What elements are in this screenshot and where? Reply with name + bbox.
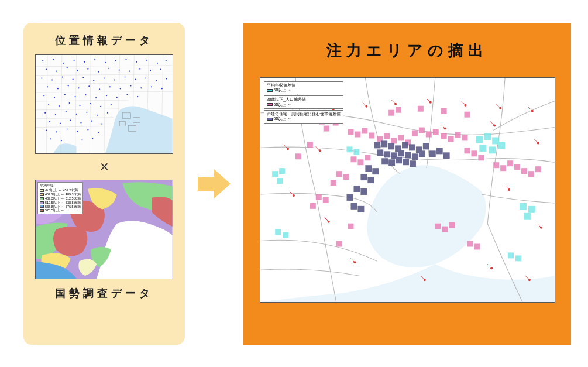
svg-point-21 (74, 59, 75, 60)
svg-rect-173 (535, 166, 541, 172)
svg-point-252 (493, 124, 496, 126)
svg-rect-168 (500, 165, 506, 171)
svg-rect-133 (283, 232, 288, 238)
svg-rect-204 (388, 159, 395, 166)
svg-rect-193 (408, 144, 415, 150)
svg-point-51 (124, 76, 125, 77)
svg-rect-181 (417, 105, 423, 111)
svg-rect-158 (336, 171, 342, 177)
output-panel: 注力エリアの摘出 平均年収偏差値 60以上 ～ 20歳以下_人口偏差値 60以上… (243, 23, 571, 345)
svg-rect-116 (277, 178, 283, 184)
swatch (40, 197, 44, 200)
svg-point-258 (353, 261, 356, 263)
svg-point-52 (135, 78, 136, 80)
svg-point-255 (327, 220, 329, 222)
focus-legend-item: 20歳以下_人口偏差値 60以上 ～ (264, 95, 343, 109)
svg-point-70 (64, 94, 66, 95)
census-legend: 平均年収 -0.1以上 ～ 459.2未満 459.2以上 ～ 489.3未満 … (37, 182, 83, 215)
legend-label: -0.1以上 ～ 459.2未満 (45, 188, 78, 193)
census-legend-row: 459.2以上 ～ 489.3未満 (40, 193, 81, 197)
svg-point-66 (151, 86, 152, 87)
svg-point-47 (82, 77, 84, 78)
svg-point-60 (88, 85, 90, 87)
svg-point-85 (44, 112, 46, 113)
svg-rect-186 (348, 223, 353, 229)
svg-point-71 (75, 96, 76, 97)
svg-rect-119 (346, 146, 352, 152)
svg-rect-150 (432, 129, 438, 135)
svg-rect-152 (448, 136, 453, 142)
svg-rect-195 (422, 143, 429, 149)
svg-rect-209 (372, 168, 379, 174)
legend-label: 538.8以上 ～ 576.5未満 (45, 205, 81, 209)
svg-point-26 (125, 59, 126, 60)
svg-point-82 (90, 102, 91, 104)
svg-point-100 (67, 128, 68, 129)
svg-rect-114 (272, 171, 278, 177)
svg-rect-210 (360, 174, 367, 180)
diagram-container: 位置情報データ (23, 18, 565, 349)
svg-rect-132 (275, 229, 281, 235)
svg-rect-215 (429, 150, 435, 157)
svg-point-46 (73, 78, 74, 80)
svg-point-44 (51, 79, 53, 80)
svg-rect-184 (307, 142, 312, 148)
svg-rect-130 (508, 252, 514, 258)
svg-rect-218 (350, 203, 357, 209)
svg-rect-120 (353, 149, 359, 155)
svg-rect-125 (489, 146, 496, 153)
svg-point-89 (86, 111, 87, 112)
census-legend-row: 538.8以上 ～ 576.5未満 (40, 205, 81, 209)
svg-rect-128 (528, 205, 535, 212)
svg-point-254 (293, 194, 295, 196)
svg-point-77 (137, 96, 138, 97)
svg-point-260 (490, 267, 493, 269)
svg-point-65 (140, 87, 142, 88)
arrow-wrap (197, 166, 232, 201)
legend-layer-title: 20歳以下_人口偏差値 (267, 97, 341, 102)
location-data-map (35, 54, 173, 154)
svg-point-249 (287, 148, 289, 150)
svg-rect-157 (365, 155, 370, 160)
svg-rect-155 (350, 156, 356, 162)
svg-rect-212 (353, 186, 360, 192)
location-map-svg (36, 55, 173, 153)
svg-rect-183 (464, 111, 470, 117)
svg-point-28 (146, 59, 147, 60)
swatch (40, 201, 44, 204)
swatch (40, 205, 44, 208)
inputs-panel: 位置情報データ (23, 23, 185, 345)
svg-point-36 (98, 71, 99, 72)
swatch (40, 193, 44, 196)
svg-point-261 (528, 279, 530, 281)
census-legend-row: 512.5以上 ～ 538.8未満 (40, 201, 81, 205)
svg-rect-156 (357, 159, 363, 165)
svg-rect-219 (357, 205, 364, 212)
svg-rect-187 (336, 241, 342, 246)
census-legend-row: 576.5以上 ～ (40, 208, 81, 212)
svg-point-245 (429, 101, 431, 103)
svg-rect-126 (498, 142, 505, 149)
svg-point-35 (87, 68, 88, 69)
svg-point-33 (67, 67, 68, 68)
svg-rect-169 (507, 160, 513, 166)
svg-rect-200 (405, 152, 411, 158)
svg-point-54 (156, 80, 157, 81)
svg-rect-182 (441, 108, 446, 114)
svg-rect-124 (479, 145, 486, 152)
svg-rect-171 (521, 168, 527, 174)
svg-rect-161 (315, 194, 321, 200)
focus-legend: 平均年収偏差値 60以上 ～ 20歳以下_人口偏差値 60以上 ～ 戸建て住宅・… (264, 81, 343, 124)
svg-point-32 (56, 70, 57, 71)
svg-rect-211 (367, 177, 374, 183)
census-legend-row: -0.1以上 ～ 459.2未満 (40, 188, 81, 193)
svg-point-95 (80, 122, 81, 123)
svg-point-256 (508, 188, 510, 191)
svg-point-31 (46, 68, 47, 70)
svg-point-81 (79, 104, 80, 105)
svg-rect-185 (295, 153, 301, 159)
legend-label: 489.3以上 ～ 512.5未満 (45, 197, 81, 201)
svg-point-25 (115, 60, 116, 61)
svg-rect-163 (310, 203, 315, 208)
svg-point-244 (394, 102, 397, 105)
